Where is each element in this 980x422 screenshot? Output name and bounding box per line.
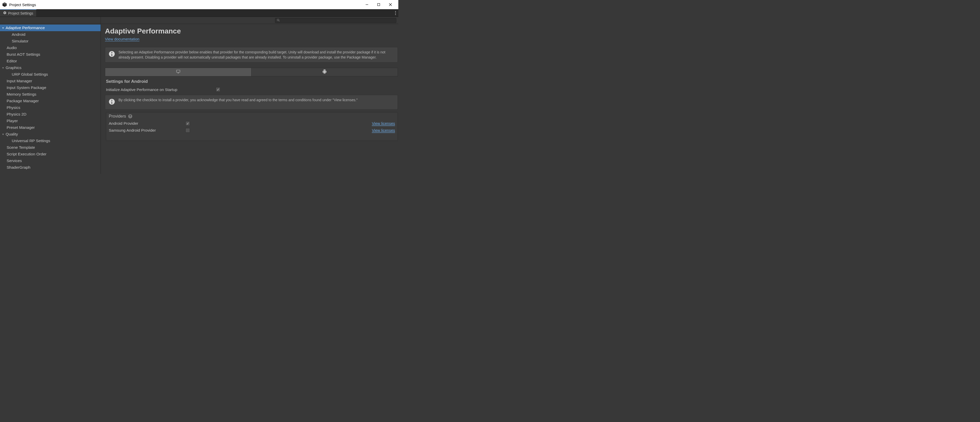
view-licenses-link[interactable]: View licenses — [372, 128, 395, 133]
sidebar-item-memory-settings[interactable]: Memory Settings — [0, 91, 100, 98]
view-documentation-link[interactable]: View documentation — [105, 37, 139, 42]
minimize-button[interactable] — [361, 1, 373, 8]
chevron-down-icon: ▼ — [2, 133, 5, 136]
unity-icon — [2, 2, 7, 7]
providers-header: Providers ? — [106, 112, 398, 120]
chevron-down-icon: ▼ — [2, 66, 5, 69]
sidebar-item-label: Graphics — [6, 66, 21, 70]
sidebar-item-android[interactable]: Android — [0, 31, 100, 38]
svg-point-7 — [395, 11, 396, 12]
sidebar-item-input-system-package[interactable]: Input System Package — [0, 84, 100, 91]
content-panel: Adaptive Performance View documentation … — [101, 24, 398, 174]
doc-link-wrap: View documentation — [105, 37, 398, 45]
info-text-license: By clicking the checkbox to install a pr… — [118, 98, 358, 103]
sidebar-item-label: Universal RP Settings — [12, 139, 50, 143]
sidebar-item-adaptive-performance[interactable]: ▼Adaptive Performance — [0, 24, 100, 31]
info-box-license: By clicking the checkbox to install a pr… — [105, 95, 398, 110]
platform-tab-android[interactable] — [251, 68, 398, 76]
platform-section-title: Settings for Android — [106, 79, 398, 84]
tab-project-settings[interactable]: Project Settings — [0, 9, 37, 17]
window-controls — [361, 1, 396, 8]
sidebar-item-label: Player — [6, 118, 18, 123]
provider-row: Samsung Android ProviderView licenses — [106, 127, 398, 134]
android-icon — [322, 69, 327, 75]
sidebar-item-label: Editor — [6, 59, 17, 63]
sidebar-item-label: Audio — [6, 45, 17, 50]
chevron-down-icon: ▼ — [2, 27, 5, 29]
search-row-left — [0, 17, 101, 24]
svg-rect-12 — [177, 70, 180, 72]
sidebar-item-label: Adaptive Performance — [6, 26, 45, 30]
info-box-provider-install: Selecting an Adaptive Performance provid… — [105, 47, 398, 62]
platform-tab-standalone[interactable] — [105, 68, 251, 76]
platform-tabs — [105, 68, 398, 77]
sidebar-item-label: Input System Package — [6, 85, 46, 90]
search-row — [0, 17, 398, 24]
sidebar-item-label: Quality — [6, 132, 18, 136]
checkbox-provider[interactable] — [185, 121, 190, 126]
sidebar-item-label: Physics — [6, 105, 20, 110]
window-title: Project Settings — [9, 3, 36, 7]
provider-name: Android Provider — [109, 121, 185, 126]
sidebar-item-burst-aot-settings[interactable]: Burst AOT Settings — [0, 51, 100, 58]
search-input[interactable] — [281, 19, 395, 22]
checkbox-initialize-on-startup[interactable] — [216, 87, 220, 92]
tabbar-spacer — [37, 9, 393, 17]
sidebar-item-urp-global-settings[interactable]: URP Global Settings — [0, 71, 100, 78]
sidebar-item-editor[interactable]: Editor — [0, 58, 100, 64]
checkbox-provider[interactable] — [185, 128, 190, 133]
sidebar-item-player[interactable]: Player — [0, 118, 100, 124]
gear-icon — [3, 11, 6, 15]
sidebar-item-quality[interactable]: ▼Quality — [0, 131, 100, 137]
sidebar-item-label: Memory Settings — [6, 92, 36, 97]
sidebar-item-label: Physics 2D — [6, 112, 27, 117]
tab-label: Project Settings — [8, 11, 33, 15]
sidebar-item-label: Android — [12, 32, 25, 37]
sidebar-item-input-manager[interactable]: Input Manager — [0, 78, 100, 84]
sidebar-item-label: Scene Template — [6, 145, 35, 150]
help-icon[interactable]: ? — [128, 114, 132, 118]
info-icon — [108, 98, 115, 107]
kebab-menu-icon[interactable] — [393, 9, 398, 17]
sidebar-item-graphics[interactable]: ▼Graphics — [0, 64, 100, 71]
sidebar-item-label: Burst AOT Settings — [6, 52, 40, 57]
providers-header-label: Providers — [109, 114, 126, 118]
info-icon — [108, 50, 115, 59]
svg-rect-4 — [378, 3, 380, 6]
window: Project Settings Project Settings — [0, 0, 398, 174]
providers-footer — [106, 134, 398, 141]
svg-line-11 — [279, 21, 280, 21]
sidebar-item-physics[interactable]: Physics — [0, 104, 100, 111]
provider-row: Android ProviderView licenses — [106, 120, 398, 127]
search-row-right — [101, 18, 397, 23]
providers-list: Android ProviderView licensesSamsung And… — [106, 120, 398, 134]
sidebar-item-universal-rp-settings[interactable]: Universal RP Settings — [0, 137, 100, 144]
sidebar-item-script-execution-order[interactable]: Script Execution Order — [0, 151, 100, 157]
sidebar-item-physics-2d[interactable]: Physics 2D — [0, 111, 100, 118]
sidebar-item-package-manager[interactable]: Package Manager — [0, 98, 100, 104]
svg-point-8 — [395, 13, 396, 13]
sidebar-item-simulator[interactable]: Simulator — [0, 38, 100, 45]
view-licenses-link[interactable]: View licenses — [372, 121, 395, 126]
sidebar-item-shadergraph[interactable]: ShaderGraph — [0, 164, 100, 171]
maximize-button[interactable] — [373, 1, 385, 8]
sidebar-item-services[interactable]: Services — [0, 157, 100, 164]
search-box[interactable] — [275, 18, 396, 23]
svg-point-9 — [395, 14, 396, 15]
sidebar-item-label: Package Manager — [6, 99, 39, 103]
sidebar-item-preset-manager[interactable]: Preset Manager — [0, 124, 100, 131]
body: ▼Adaptive PerformanceAndroidSimulatorAud… — [0, 24, 398, 174]
sidebar-item-label: ShaderGraph — [6, 165, 30, 170]
sidebar-item-audio[interactable]: Audio — [0, 45, 100, 51]
sidebar-item-scene-template[interactable]: Scene Template — [0, 144, 100, 151]
close-button[interactable] — [385, 1, 396, 8]
search-icon — [277, 18, 280, 23]
field-label-initialize: Initialize Adaptive Performance on Start… — [106, 88, 216, 92]
sidebar: ▼Adaptive PerformanceAndroidSimulatorAud… — [0, 24, 101, 174]
sidebar-item-label: Services — [6, 158, 22, 163]
sidebar-item-label: Preset Manager — [6, 125, 35, 130]
sidebar-item-label: Simulator — [12, 39, 29, 43]
sidebar-item-label: URP Global Settings — [12, 72, 48, 77]
provider-name: Samsung Android Provider — [109, 128, 185, 133]
monitor-icon — [176, 69, 181, 75]
